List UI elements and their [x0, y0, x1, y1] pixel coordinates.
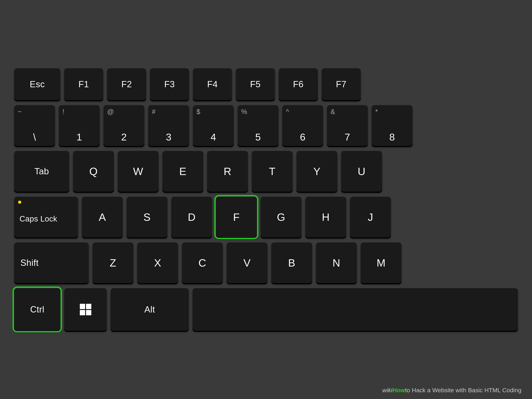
key-y[interactable]: Y [297, 151, 337, 192]
key-b[interactable]: B [271, 242, 312, 283]
key-z[interactable]: Z [93, 242, 133, 283]
tab-key-row: Tab Q W E R T Y U [14, 151, 518, 192]
watermark: wiki How to Hack a Website with Basic HT… [382, 387, 521, 394]
key-t[interactable]: T [252, 151, 293, 192]
key-s[interactable]: S [127, 197, 167, 237]
caps-key-row: Caps Lock A S D F G H J [14, 197, 518, 237]
key-h[interactable]: H [305, 197, 346, 237]
key-caps-lock[interactable]: Caps Lock [14, 197, 78, 237]
key-5[interactable]: % 5 [238, 105, 279, 146]
key-r[interactable]: R [207, 151, 248, 192]
key-6[interactable]: ^ 6 [282, 105, 323, 146]
key-a[interactable]: A [82, 197, 123, 237]
key-q[interactable]: Q [73, 151, 114, 192]
key-f[interactable]: F [216, 197, 257, 237]
key-e[interactable]: E [162, 151, 203, 192]
keyboard-container: Esc F1 F2 F3 F4 F5 F6 F7 ~ \ ! 1 [0, 0, 532, 399]
key-1[interactable]: ! 1 [59, 105, 100, 146]
key-tab[interactable]: Tab [14, 151, 69, 192]
key-c[interactable]: C [182, 242, 223, 283]
key-esc[interactable]: Esc [14, 68, 60, 100]
key-space[interactable] [193, 288, 518, 331]
key-u[interactable]: U [341, 151, 382, 192]
shift-key-row: Shift Z X C V B N M [14, 242, 518, 283]
key-7[interactable]: & 7 [327, 105, 368, 146]
key-f1[interactable]: F1 [64, 68, 103, 100]
windows-logo-icon [80, 304, 91, 315]
key-f7[interactable]: F7 [322, 68, 361, 100]
key-m[interactable]: M [361, 242, 401, 283]
key-shift[interactable]: Shift [14, 242, 89, 283]
watermark-how: How [393, 387, 405, 394]
watermark-wiki: wiki [382, 387, 393, 394]
key-g[interactable]: G [261, 197, 301, 237]
function-key-row: Esc F1 F2 F3 F4 F5 F6 F7 [14, 68, 518, 100]
caps-lock-indicator [18, 201, 21, 204]
key-f3[interactable]: F3 [150, 68, 189, 100]
key-8[interactable]: * 8 [372, 105, 412, 146]
key-f5[interactable]: F5 [236, 68, 275, 100]
key-4[interactable]: $ 4 [193, 105, 234, 146]
number-key-row: ~ \ ! 1 @ 2 # 3 $ 4 % 5 ^ 6 & 7 [14, 105, 518, 146]
key-alt[interactable]: Alt [111, 288, 189, 331]
key-j[interactable]: J [350, 197, 391, 237]
key-f6[interactable]: F6 [279, 68, 318, 100]
key-v[interactable]: V [227, 242, 267, 283]
key-x[interactable]: X [137, 242, 178, 283]
watermark-text: to Hack a Website with Basic HTML Coding [405, 387, 521, 394]
key-w[interactable]: W [118, 151, 158, 192]
key-3[interactable]: # 3 [148, 105, 189, 146]
key-backtick[interactable]: ~ \ [14, 105, 55, 146]
key-ctrl[interactable]: Ctrl [14, 288, 60, 331]
key-f4[interactable]: F4 [193, 68, 232, 100]
bottom-key-row: Ctrl Alt [14, 288, 518, 331]
key-d[interactable]: D [171, 197, 212, 237]
key-2[interactable]: @ 2 [104, 105, 144, 146]
key-win[interactable] [64, 288, 107, 331]
key-f2[interactable]: F2 [107, 68, 146, 100]
key-n[interactable]: N [316, 242, 357, 283]
